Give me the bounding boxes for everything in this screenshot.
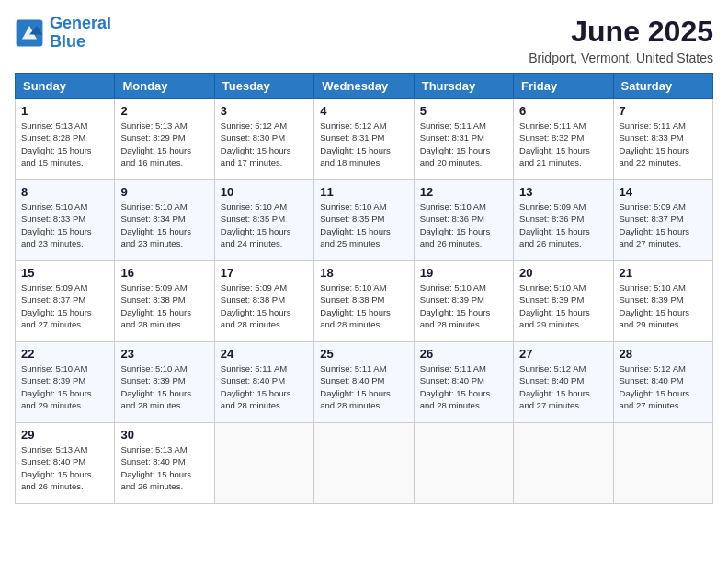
calendar-cell-11: 11 Sunrise: 5:10 AMSunset: 8:35 PMDaylig… [314,180,414,261]
day-number: 20 [519,266,607,280]
empty-cell [314,423,414,504]
day-info: Sunrise: 5:10 AMSunset: 8:39 PMDaylight:… [420,282,507,330]
empty-cell [214,423,313,504]
calendar-cell-10: 10 Sunrise: 5:10 AMSunset: 8:35 PMDaylig… [214,180,313,261]
day-info: Sunrise: 5:09 AMSunset: 8:38 PMDaylight:… [221,282,308,330]
day-number: 26 [420,347,507,361]
day-number: 28 [620,347,707,361]
col-header-tuesday: Tuesday [214,74,313,99]
calendar-cell-6: 6 Sunrise: 5:11 AMSunset: 8:32 PMDayligh… [514,99,613,180]
calendar-cell-23: 23 Sunrise: 5:10 AMSunset: 8:39 PMDaylig… [115,342,214,423]
day-number: 19 [420,266,507,280]
day-info: Sunrise: 5:11 AMSunset: 8:33 PMDaylight:… [620,120,707,168]
calendar-cell-12: 12 Sunrise: 5:10 AMSunset: 8:36 PMDaylig… [414,180,513,261]
calendar-cell-16: 16 Sunrise: 5:09 AMSunset: 8:38 PMDaylig… [115,261,214,342]
title-area: June 2025 Bridport, Vermont, United Stat… [529,15,713,65]
subtitle: Bridport, Vermont, United States [529,51,713,65]
day-info: Sunrise: 5:12 AMSunset: 8:40 PMDaylight:… [620,362,707,411]
day-info: Sunrise: 5:10 AMSunset: 8:35 PMDaylight:… [221,201,308,249]
day-number: 5 [420,104,507,118]
calendar-cell-28: 28 Sunrise: 5:12 AMSunset: 8:40 PMDaylig… [613,342,712,423]
calendar-cell-13: 13 Sunrise: 5:09 AMSunset: 8:36 PMDaylig… [514,180,613,261]
main-title: June 2025 [529,15,713,49]
day-info: Sunrise: 5:12 AMSunset: 8:40 PMDaylight:… [519,362,607,411]
col-header-saturday: Saturday [613,74,712,99]
calendar-cell-20: 20 Sunrise: 5:10 AMSunset: 8:39 PMDaylig… [514,261,613,342]
day-info: Sunrise: 5:12 AMSunset: 8:30 PMDaylight:… [221,120,308,168]
day-info: Sunrise: 5:09 AMSunset: 8:38 PMDaylight:… [120,282,208,330]
calendar-cell-2: 2 Sunrise: 5:13 AMSunset: 8:29 PMDayligh… [115,99,214,180]
day-info: Sunrise: 5:13 AMSunset: 8:28 PMDaylight:… [21,120,108,168]
col-header-wednesday: Wednesday [314,74,414,99]
day-info: Sunrise: 5:11 AMSunset: 8:32 PMDaylight:… [519,120,607,168]
calendar-cell-27: 27 Sunrise: 5:12 AMSunset: 8:40 PMDaylig… [514,342,613,423]
day-number: 16 [120,266,208,280]
day-info: Sunrise: 5:10 AMSunset: 8:34 PMDaylight:… [120,201,208,249]
day-number: 18 [320,266,407,280]
week-row-2: 8 Sunrise: 5:10 AMSunset: 8:33 PMDayligh… [16,180,713,261]
calendar: SundayMondayTuesdayWednesdayThursdayFrid… [15,73,713,504]
week-row-3: 15 Sunrise: 5:09 AMSunset: 8:37 PMDaylig… [16,261,713,342]
header: General Blue June 2025 Bridport, Vermont… [15,15,713,65]
calendar-cell-24: 24 Sunrise: 5:11 AMSunset: 8:40 PMDaylig… [214,342,313,423]
day-number: 24 [221,347,308,361]
day-info: Sunrise: 5:10 AMSunset: 8:35 PMDaylight:… [320,201,407,249]
day-number: 21 [620,266,707,280]
week-row-5: 29 Sunrise: 5:13 AMSunset: 8:40 PMDaylig… [16,423,713,504]
day-number: 23 [120,347,208,361]
day-info: Sunrise: 5:10 AMSunset: 8:33 PMDaylight:… [21,201,108,249]
col-header-friday: Friday [514,74,613,99]
day-number: 3 [221,104,308,118]
logo-icon [15,18,44,48]
day-number: 2 [120,104,208,118]
calendar-cell-29: 29 Sunrise: 5:13 AMSunset: 8:40 PMDaylig… [16,423,115,504]
day-info: Sunrise: 5:10 AMSunset: 8:36 PMDaylight:… [420,201,507,249]
day-number: 8 [21,185,108,199]
day-number: 30 [120,428,208,442]
day-info: Sunrise: 5:11 AMSunset: 8:40 PMDaylight:… [420,362,507,411]
day-info: Sunrise: 5:10 AMSunset: 8:38 PMDaylight:… [320,282,407,330]
day-number: 27 [519,347,607,361]
calendar-cell-26: 26 Sunrise: 5:11 AMSunset: 8:40 PMDaylig… [414,342,513,423]
day-number: 14 [620,185,707,199]
calendar-cell-17: 17 Sunrise: 5:09 AMSunset: 8:38 PMDaylig… [214,261,313,342]
calendar-cell-30: 30 Sunrise: 5:13 AMSunset: 8:40 PMDaylig… [115,423,214,504]
day-number: 15 [21,266,108,280]
calendar-cell-15: 15 Sunrise: 5:09 AMSunset: 8:37 PMDaylig… [16,261,115,342]
day-info: Sunrise: 5:13 AMSunset: 8:40 PMDaylight:… [21,443,108,492]
calendar-cell-22: 22 Sunrise: 5:10 AMSunset: 8:39 PMDaylig… [16,342,115,423]
week-row-4: 22 Sunrise: 5:10 AMSunset: 8:39 PMDaylig… [16,342,713,423]
day-info: Sunrise: 5:11 AMSunset: 8:31 PMDaylight:… [420,120,507,168]
day-number: 10 [221,185,308,199]
calendar-cell-5: 5 Sunrise: 5:11 AMSunset: 8:31 PMDayligh… [414,99,513,180]
logo-text: General Blue [50,15,111,52]
day-info: Sunrise: 5:11 AMSunset: 8:40 PMDaylight:… [221,362,308,411]
calendar-cell-18: 18 Sunrise: 5:10 AMSunset: 8:38 PMDaylig… [314,261,414,342]
calendar-cell-21: 21 Sunrise: 5:10 AMSunset: 8:39 PMDaylig… [613,261,712,342]
day-number: 1 [21,104,108,118]
day-number: 12 [420,185,507,199]
empty-cell [514,423,613,504]
day-info: Sunrise: 5:11 AMSunset: 8:40 PMDaylight:… [320,362,407,411]
day-info: Sunrise: 5:13 AMSunset: 8:40 PMDaylight:… [120,443,208,492]
day-number: 6 [519,104,607,118]
day-number: 13 [519,185,607,199]
day-info: Sunrise: 5:10 AMSunset: 8:39 PMDaylight:… [620,282,707,330]
day-number: 17 [221,266,308,280]
calendar-cell-19: 19 Sunrise: 5:10 AMSunset: 8:39 PMDaylig… [414,261,513,342]
day-info: Sunrise: 5:10 AMSunset: 8:39 PMDaylight:… [21,362,108,411]
day-info: Sunrise: 5:09 AMSunset: 8:36 PMDaylight:… [519,201,607,249]
day-info: Sunrise: 5:13 AMSunset: 8:29 PMDaylight:… [120,120,208,168]
col-header-thursday: Thursday [414,74,513,99]
week-row-1: 1 Sunrise: 5:13 AMSunset: 8:28 PMDayligh… [16,99,713,180]
day-number: 25 [320,347,407,361]
day-info: Sunrise: 5:12 AMSunset: 8:31 PMDaylight:… [320,120,407,168]
col-header-monday: Monday [115,74,214,99]
day-info: Sunrise: 5:10 AMSunset: 8:39 PMDaylight:… [120,362,208,411]
day-number: 9 [120,185,208,199]
day-number: 7 [620,104,707,118]
day-number: 11 [320,185,407,199]
calendar-cell-9: 9 Sunrise: 5:10 AMSunset: 8:34 PMDayligh… [115,180,214,261]
day-number: 22 [21,347,108,361]
empty-cell [613,423,712,504]
